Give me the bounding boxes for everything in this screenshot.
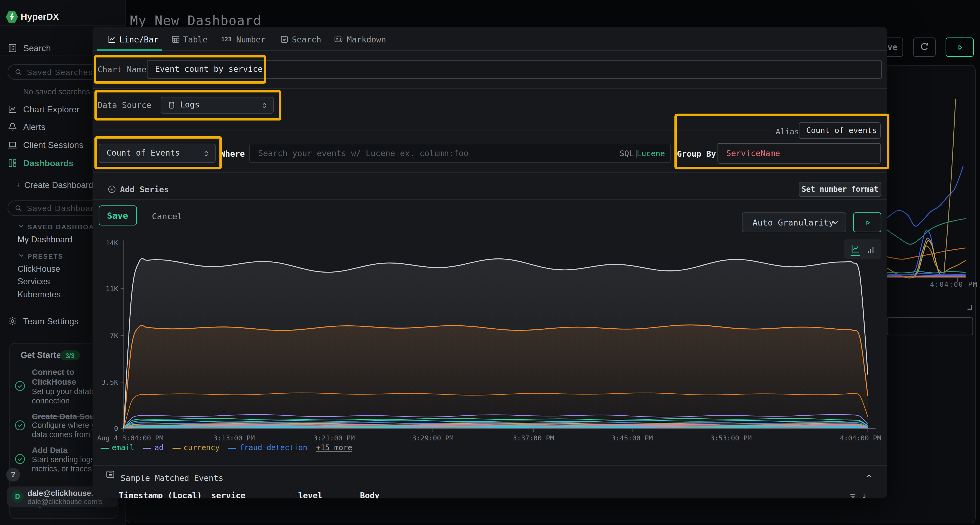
user-subtext: dale@clickhouse.com's <box>27 498 102 505</box>
chevron-down-icon[interactable] <box>18 252 25 259</box>
chart-type-toggle <box>844 239 881 259</box>
sort-down-icon[interactable] <box>860 492 868 498</box>
gs-item-title[interactable]: Connect to <box>32 367 74 376</box>
svg-text:3.5K: 3.5K <box>102 378 118 386</box>
chevron-down-icon[interactable] <box>18 222 25 230</box>
app-root: My New Dashboard Save 4:04:00 PM HyperDX… <box>0 0 980 525</box>
svg-text:3:21:00 PM: 3:21:00 PM <box>313 434 355 442</box>
hyperdx-logo-icon <box>6 11 18 23</box>
gs-item-sub: connection <box>32 397 70 405</box>
highlight-data-source <box>94 90 281 121</box>
svg-text:Aug 4 3:04:00 PM: Aug 4 3:04:00 PM <box>97 434 163 442</box>
get-started-title: Get Started <box>21 351 66 360</box>
check-circle-icon <box>14 380 25 392</box>
col-header-timestamp[interactable]: Timestamp (Local) <box>119 491 202 499</box>
svg-text:3:13:00 PM: 3:13:00 PM <box>213 434 255 442</box>
background-x-axis-label: 4:04:00 PM <box>930 281 978 289</box>
search-doc-icon <box>8 43 18 53</box>
check-circle-icon <box>14 420 25 431</box>
legend-item: currency <box>172 443 220 452</box>
check-circle-icon <box>14 454 25 465</box>
get-started-badge: 3/3 <box>60 351 80 360</box>
sidebar-item-clickhouse[interactable]: ClickHouse <box>18 264 60 273</box>
legend-item[interactable]: +15 more <box>316 443 352 452</box>
dashboards-grid-icon <box>8 158 18 168</box>
gs-item-title[interactable]: ClickHouse <box>32 377 76 387</box>
chart-line-icon <box>8 104 18 114</box>
tile-resize-handle[interactable] <box>966 303 973 311</box>
help-button[interactable]: ? <box>6 468 20 482</box>
search-icon <box>14 204 22 213</box>
svg-text:0: 0 <box>114 425 118 433</box>
sidebar-item-services[interactable]: Services <box>18 277 50 286</box>
legend-item: email <box>101 443 134 452</box>
legend-item: fraud-detection <box>228 443 307 452</box>
svg-text:7K: 7K <box>110 331 118 339</box>
sample-events-title: Sample Matched Events <box>121 473 223 482</box>
sidebar-item-kubernetes[interactable]: Kubernetes <box>18 290 61 299</box>
laptop-icon <box>8 140 18 150</box>
collapse-section-icon[interactable] <box>865 472 873 481</box>
bar-chart-toggle-icon[interactable] <box>866 245 875 254</box>
svg-text:3:53:00 PM: 3:53:00 PM <box>710 434 752 442</box>
svg-text:3:29:00 PM: 3:29:00 PM <box>412 434 453 442</box>
svg-text:4:04:00 PM: 4:04:00 PM <box>840 434 881 442</box>
sample-events-icon <box>106 470 115 479</box>
sidebar-item-my-dashboard[interactable]: My Dashboard <box>18 235 72 244</box>
col-header-level[interactable]: level <box>298 491 323 499</box>
col-header-body[interactable]: Body <box>360 491 379 499</box>
svg-text:3:45:00 PM: 3:45:00 PM <box>611 434 653 442</box>
highlight-group-by <box>674 114 889 169</box>
legend-item: ad <box>143 443 164 452</box>
chart-legend: emailadcurrencyfraud-detection+15 more <box>101 443 352 452</box>
svg-text:14K: 14K <box>106 239 118 247</box>
section-presets: PRESETS <box>27 252 64 260</box>
create-dashboard-button[interactable]: +Create Dashboard <box>16 181 93 190</box>
brand-name: HyperDX <box>21 12 59 22</box>
line-chart-toggle-icon[interactable] <box>851 244 860 256</box>
gs-item-title[interactable]: Add Data <box>32 445 67 455</box>
highlight-chart-name <box>94 55 266 84</box>
filter-icon[interactable] <box>849 492 857 498</box>
avatar: D <box>11 490 24 503</box>
bell-icon <box>8 122 18 132</box>
svg-text:3:37:00 PM: 3:37:00 PM <box>513 434 554 442</box>
gs-item-sub: data comes from <box>32 430 90 439</box>
svg-text:11K: 11K <box>106 285 118 293</box>
highlight-aggregation <box>94 136 222 170</box>
gear-icon <box>8 316 18 326</box>
search-icon <box>14 68 22 76</box>
gs-item-sub: Start sending logs, <box>32 455 97 464</box>
no-saved-searches: No saved searches <box>23 87 90 96</box>
gs-item-sub: metrics, or traces <box>32 465 92 473</box>
background-input[interactable] <box>887 317 973 335</box>
col-header-service[interactable]: service <box>211 491 245 499</box>
plus-icon: + <box>16 181 21 190</box>
